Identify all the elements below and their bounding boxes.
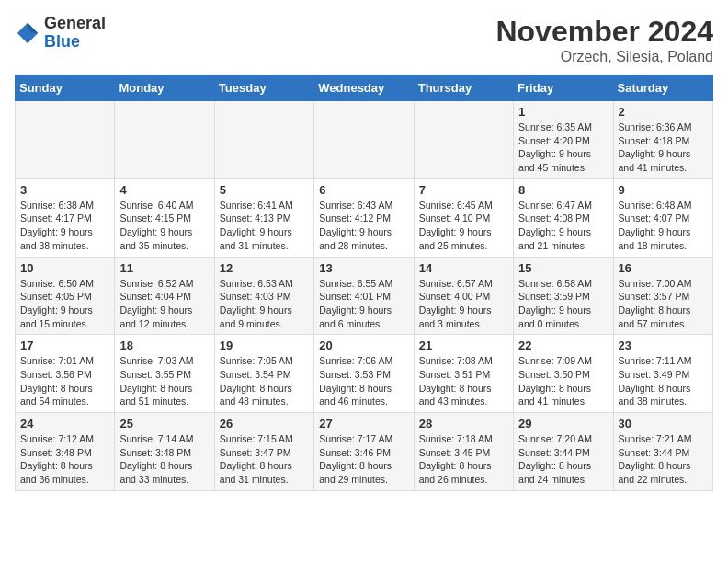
day-info: Sunrise: 7:03 AM Sunset: 3:55 PM Dayligh… <box>119 354 209 408</box>
header-day: Monday <box>115 75 214 101</box>
calendar-cell: 17Sunrise: 7:01 AM Sunset: 3:56 PM Dayli… <box>16 335 115 413</box>
calendar-week: 3Sunrise: 6:38 AM Sunset: 4:17 PM Daylig… <box>16 178 713 257</box>
day-info: Sunrise: 6:36 AM Sunset: 4:18 PM Dayligh… <box>619 121 708 175</box>
calendar-cell: 13Sunrise: 6:55 AM Sunset: 4:01 PM Dayli… <box>314 257 414 335</box>
day-number: 17 <box>20 339 109 352</box>
header-day: Wednesday <box>314 75 414 101</box>
day-info: Sunrise: 6:45 AM Sunset: 4:10 PM Dayligh… <box>419 199 508 253</box>
day-info: Sunrise: 6:48 AM Sunset: 4:07 PM Dayligh… <box>619 199 708 253</box>
day-info: Sunrise: 7:11 AM Sunset: 3:49 PM Dayligh… <box>619 354 708 408</box>
day-info: Sunrise: 7:08 AM Sunset: 3:51 PM Dayligh… <box>419 354 508 408</box>
calendar-cell: 5Sunrise: 6:41 AM Sunset: 4:13 PM Daylig… <box>214 178 313 257</box>
day-info: Sunrise: 7:12 AM Sunset: 3:48 PM Dayligh… <box>20 432 109 487</box>
day-number: 5 <box>220 183 309 197</box>
day-number: 27 <box>319 417 408 431</box>
calendar-cell: 21Sunrise: 7:08 AM Sunset: 3:51 PM Dayli… <box>414 335 513 413</box>
header-day: Saturday <box>613 75 712 101</box>
logo-icon <box>15 20 40 46</box>
day-info: Sunrise: 7:15 AM Sunset: 3:47 PM Dayligh… <box>220 432 309 487</box>
day-info: Sunrise: 7:09 AM Sunset: 3:50 PM Dayligh… <box>518 354 608 408</box>
header-row: SundayMondayTuesdayWednesdayThursdayFrid… <box>16 75 713 101</box>
calendar-cell: 29Sunrise: 7:20 AM Sunset: 3:44 PM Dayli… <box>514 413 613 491</box>
title-block: November 2024 Orzech, Silesia, Poland <box>495 15 713 65</box>
day-number: 3 <box>20 183 109 197</box>
calendar-cell: 14Sunrise: 6:57 AM Sunset: 4:00 PM Dayli… <box>414 257 513 335</box>
day-info: Sunrise: 6:55 AM Sunset: 4:01 PM Dayligh… <box>319 277 408 331</box>
location: Orzech, Silesia, Poland <box>495 49 713 65</box>
day-number: 29 <box>518 417 608 431</box>
day-info: Sunrise: 6:52 AM Sunset: 4:04 PM Dayligh… <box>119 277 209 331</box>
day-number: 12 <box>220 261 309 275</box>
day-number: 15 <box>518 261 608 275</box>
day-number: 21 <box>419 339 508 352</box>
day-number: 10 <box>20 261 109 275</box>
day-number: 23 <box>619 339 708 352</box>
calendar-cell: 1Sunrise: 6:35 AM Sunset: 4:20 PM Daylig… <box>514 101 613 179</box>
day-info: Sunrise: 7:06 AM Sunset: 3:53 PM Dayligh… <box>319 354 408 408</box>
day-info: Sunrise: 7:05 AM Sunset: 3:54 PM Dayligh… <box>220 354 309 408</box>
calendar-cell: 27Sunrise: 7:17 AM Sunset: 3:46 PM Dayli… <box>314 413 414 491</box>
calendar-cell: 16Sunrise: 7:00 AM Sunset: 3:57 PM Dayli… <box>613 257 712 335</box>
day-number: 24 <box>20 417 109 431</box>
calendar-cell: 20Sunrise: 7:06 AM Sunset: 3:53 PM Dayli… <box>314 335 414 413</box>
day-info: Sunrise: 6:58 AM Sunset: 3:59 PM Dayligh… <box>518 277 608 331</box>
day-info: Sunrise: 6:47 AM Sunset: 4:08 PM Dayligh… <box>518 199 608 253</box>
day-number: 4 <box>119 183 209 197</box>
logo-general-text: General <box>44 14 106 32</box>
day-info: Sunrise: 7:01 AM Sunset: 3:56 PM Dayligh… <box>20 354 109 408</box>
day-number: 14 <box>419 261 508 275</box>
header-day: Friday <box>514 75 613 101</box>
header-day: Tuesday <box>214 75 313 101</box>
calendar-cell: 11Sunrise: 6:52 AM Sunset: 4:04 PM Dayli… <box>115 257 214 335</box>
day-number: 28 <box>419 417 508 431</box>
day-number: 30 <box>619 417 708 431</box>
day-number: 19 <box>220 339 309 352</box>
calendar-week: 24Sunrise: 7:12 AM Sunset: 3:48 PM Dayli… <box>16 413 713 491</box>
calendar-cell: 4Sunrise: 6:40 AM Sunset: 4:15 PM Daylig… <box>115 178 214 257</box>
calendar-cell: 30Sunrise: 7:21 AM Sunset: 3:44 PM Dayli… <box>613 413 712 491</box>
calendar-cell: 10Sunrise: 6:50 AM Sunset: 4:05 PM Dayli… <box>16 257 115 335</box>
calendar-cell <box>214 101 313 179</box>
day-info: Sunrise: 6:38 AM Sunset: 4:17 PM Dayligh… <box>20 199 109 253</box>
calendar-cell: 12Sunrise: 6:53 AM Sunset: 4:03 PM Dayli… <box>214 257 313 335</box>
day-info: Sunrise: 7:21 AM Sunset: 3:44 PM Dayligh… <box>619 432 708 487</box>
calendar-cell: 9Sunrise: 6:48 AM Sunset: 4:07 PM Daylig… <box>613 178 712 257</box>
calendar-week: 10Sunrise: 6:50 AM Sunset: 4:05 PM Dayli… <box>16 257 713 335</box>
day-info: Sunrise: 7:20 AM Sunset: 3:44 PM Dayligh… <box>518 432 608 487</box>
day-number: 25 <box>119 417 209 431</box>
day-number: 9 <box>619 183 708 197</box>
day-number: 22 <box>518 339 608 352</box>
calendar-cell: 7Sunrise: 6:45 AM Sunset: 4:10 PM Daylig… <box>414 178 513 257</box>
calendar-cell: 2Sunrise: 6:36 AM Sunset: 4:18 PM Daylig… <box>613 101 712 179</box>
calendar-cell: 8Sunrise: 6:47 AM Sunset: 4:08 PM Daylig… <box>514 178 613 257</box>
day-number: 2 <box>619 105 708 119</box>
calendar-cell <box>314 101 414 179</box>
day-number: 11 <box>119 261 209 275</box>
day-number: 13 <box>319 261 408 275</box>
day-number: 8 <box>518 183 608 197</box>
header-day: Thursday <box>414 75 513 101</box>
header-day: Sunday <box>16 75 115 101</box>
day-number: 16 <box>619 261 708 275</box>
day-number: 7 <box>419 183 508 197</box>
calendar-body: 1Sunrise: 6:35 AM Sunset: 4:20 PM Daylig… <box>16 101 713 491</box>
calendar-cell: 28Sunrise: 7:18 AM Sunset: 3:45 PM Dayli… <box>414 413 513 491</box>
calendar-cell: 3Sunrise: 6:38 AM Sunset: 4:17 PM Daylig… <box>16 178 115 257</box>
calendar-cell: 19Sunrise: 7:05 AM Sunset: 3:54 PM Dayli… <box>214 335 313 413</box>
calendar-cell <box>16 101 115 179</box>
day-number: 26 <box>220 417 309 431</box>
day-info: Sunrise: 6:35 AM Sunset: 4:20 PM Dayligh… <box>518 121 608 175</box>
day-number: 20 <box>319 339 408 352</box>
calendar-cell: 15Sunrise: 6:58 AM Sunset: 3:59 PM Dayli… <box>514 257 613 335</box>
day-info: Sunrise: 6:53 AM Sunset: 4:03 PM Dayligh… <box>220 277 309 331</box>
calendar-cell: 24Sunrise: 7:12 AM Sunset: 3:48 PM Dayli… <box>16 413 115 491</box>
calendar-cell <box>115 101 214 179</box>
page-header: General Blue November 2024 Orzech, Siles… <box>15 15 713 65</box>
day-info: Sunrise: 7:00 AM Sunset: 3:57 PM Dayligh… <box>619 277 708 331</box>
day-info: Sunrise: 6:41 AM Sunset: 4:13 PM Dayligh… <box>220 199 309 253</box>
day-number: 1 <box>518 105 608 119</box>
day-info: Sunrise: 7:18 AM Sunset: 3:45 PM Dayligh… <box>419 432 508 487</box>
calendar-cell: 26Sunrise: 7:15 AM Sunset: 3:47 PM Dayli… <box>214 413 313 491</box>
day-number: 6 <box>319 183 408 197</box>
calendar-week: 1Sunrise: 6:35 AM Sunset: 4:20 PM Daylig… <box>16 101 713 179</box>
